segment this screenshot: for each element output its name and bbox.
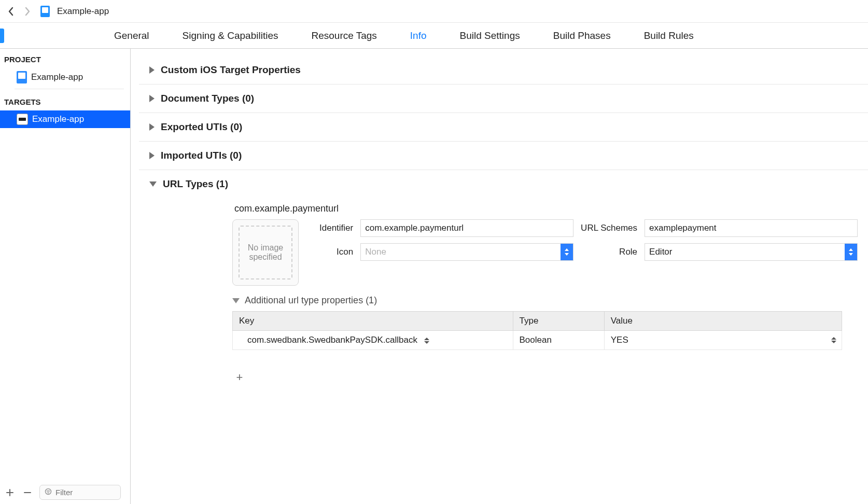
add-target-button[interactable]: [4, 487, 16, 498]
disclosure-icon: [149, 95, 155, 102]
url-schemes-field[interactable]: examplepayment: [645, 219, 858, 237]
url-type-entry: com.example.paymenturl No image specifie…: [149, 190, 858, 350]
key-stepper-icon[interactable]: [424, 338, 429, 344]
filter-icon: [44, 487, 52, 497]
tab-signing-capabilities[interactable]: Signing & Capabilities: [183, 30, 278, 41]
filter-box[interactable]: [39, 485, 121, 500]
combo-stepper-icon: [845, 244, 857, 260]
tab-build-phases[interactable]: Build Phases: [553, 30, 611, 41]
section-exported-utis: Exported UTIs (0): [139, 113, 868, 142]
sidebar-target-item-label: Example-app: [32, 114, 84, 124]
sidebar-target-item[interactable]: Example-app: [0, 110, 130, 128]
nav-forward-button[interactable]: [21, 5, 34, 18]
tab-general[interactable]: General: [114, 30, 149, 41]
col-type[interactable]: Type: [513, 312, 604, 331]
icon-label: Icon: [319, 247, 353, 257]
tab-build-settings[interactable]: Build Settings: [460, 30, 520, 41]
url-type-bundle-id: com.example.paymenturl: [232, 196, 858, 219]
tab-build-rules[interactable]: Build Rules: [644, 30, 694, 41]
sidebar-project-label: PROJECT: [0, 49, 130, 68]
disclosure-open-icon: [149, 181, 157, 187]
section-title: URL Types (1): [163, 178, 228, 190]
nav-back-button[interactable]: [4, 5, 18, 18]
combo-stepper-icon: [561, 244, 573, 260]
additional-title: Additional url type properties (1): [245, 295, 377, 306]
row-key: com.swedbank.SwedbankPaySDK.callback: [247, 335, 417, 345]
section-url-types: URL Types (1) com.example.paymenturl No …: [139, 170, 868, 393]
section-header[interactable]: Custom iOS Target Properties: [149, 64, 858, 76]
section-header[interactable]: Exported UTIs (0): [149, 121, 858, 133]
section-custom-ios-target-properties: Custom iOS Target Properties: [139, 56, 868, 85]
info-editor: Custom iOS Target Properties Document Ty…: [131, 49, 868, 504]
project-file-icon: [17, 71, 27, 83]
row-value: YES: [611, 335, 628, 345]
add-url-type-button[interactable]: +: [232, 371, 247, 384]
role-value: Editor: [649, 247, 672, 257]
row-type: Boolean: [520, 335, 552, 345]
sidebar-separator: [15, 89, 124, 89]
icon-combo[interactable]: None: [360, 243, 573, 261]
role-label: Role: [581, 247, 637, 257]
identifier-field[interactable]: com.example.paymenturl: [360, 219, 573, 237]
sidebar-project-item-label: Example-app: [31, 72, 83, 82]
url-type-image-well[interactable]: No image specified: [232, 219, 299, 286]
url-types-footer: +: [149, 350, 858, 384]
disclosure-open-icon: [232, 298, 240, 303]
breadcrumb-title[interactable]: Example-app: [57, 6, 109, 17]
section-header[interactable]: Document Types (0): [149, 93, 858, 104]
project-icon: [40, 6, 50, 17]
section-title: Document Types (0): [161, 93, 254, 104]
section-title: Exported UTIs (0): [161, 121, 242, 133]
disclosure-icon: [149, 66, 155, 74]
remove-target-button[interactable]: [22, 487, 33, 498]
section-title: Custom iOS Target Properties: [161, 64, 301, 76]
section-title: Imported UTIs (0): [161, 150, 242, 161]
disclosure-icon: [149, 123, 155, 131]
sidebar-footer: [0, 481, 125, 504]
section-imported-utis: Imported UTIs (0): [139, 142, 868, 170]
toolbar: Example-app: [0, 0, 868, 23]
section-header[interactable]: Imported UTIs (0): [149, 150, 858, 161]
selection-indicator: [0, 29, 4, 43]
tab-resource-tags[interactable]: Resource Tags: [311, 30, 376, 41]
col-value[interactable]: Value: [604, 312, 842, 331]
project-targets-sidebar: PROJECT Example-app TARGETS Example-app: [0, 49, 131, 504]
identifier-value: com.example.paymenturl: [365, 223, 464, 233]
additional-header[interactable]: Additional url type properties (1): [232, 295, 858, 306]
image-well-placeholder: No image specified: [239, 226, 292, 279]
additional-url-type-properties: Additional url type properties (1) Key T…: [232, 295, 858, 350]
col-key[interactable]: Key: [233, 312, 513, 331]
icon-value: None: [365, 247, 386, 257]
tab-info[interactable]: Info: [410, 30, 427, 41]
url-type-properties-table: Key Type Value com.swedbank.SwedbankPayS…: [232, 311, 842, 350]
role-combo[interactable]: Editor: [645, 243, 858, 261]
sidebar-project-item[interactable]: Example-app: [0, 68, 130, 87]
app-target-icon: [17, 114, 28, 125]
sidebar-targets-label: TARGETS: [0, 91, 130, 110]
section-header[interactable]: URL Types (1): [149, 178, 858, 190]
url-schemes-value: examplepayment: [649, 223, 716, 233]
table-row[interactable]: com.swedbank.SwedbankPaySDK.callback Boo…: [233, 331, 842, 350]
identifier-label: Identifier: [319, 223, 353, 233]
url-schemes-label: URL Schemes: [581, 223, 637, 233]
value-stepper-icon[interactable]: [831, 337, 836, 343]
filter-input[interactable]: [55, 488, 116, 497]
editor-tabs: General Signing & Capabilities Resource …: [0, 23, 868, 49]
section-document-types: Document Types (0): [139, 85, 868, 113]
disclosure-icon: [149, 152, 155, 159]
